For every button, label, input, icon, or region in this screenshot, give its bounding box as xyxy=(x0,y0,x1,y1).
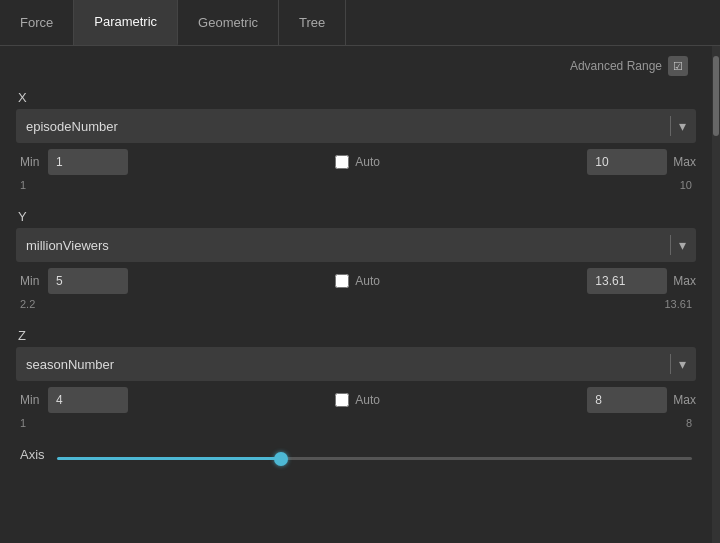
x-max-label: Max xyxy=(673,155,696,169)
y-axis-section: Y millionViewers ▾ Min Auto Max xyxy=(16,209,696,310)
x-auto-group: Auto xyxy=(134,155,581,169)
y-dropdown-arrow[interactable]: ▾ xyxy=(679,237,686,253)
x-min-label: Min xyxy=(20,155,42,169)
x-min-max-row: Min Auto Max xyxy=(16,149,696,175)
advanced-range-icon: ☑ xyxy=(673,60,683,73)
axis-slider-label: Axis xyxy=(20,447,45,462)
scrollbar-thumb[interactable] xyxy=(713,56,719,136)
y-max-section: Max xyxy=(587,268,696,294)
y-range-labels: 2.2 13.61 xyxy=(16,298,696,310)
x-dropdown-arrow[interactable]: ▾ xyxy=(679,118,686,134)
z-min-input[interactable] xyxy=(48,387,128,413)
tab-parametric[interactable]: Parametric xyxy=(74,0,178,45)
tab-force[interactable]: Force xyxy=(0,0,74,45)
z-max-label: Max xyxy=(673,393,696,407)
y-auto-label: Auto xyxy=(355,274,380,288)
z-axis-selector-row: seasonNumber ▾ xyxy=(16,347,696,381)
z-max-section: Max xyxy=(587,387,696,413)
tab-geometric[interactable]: Geometric xyxy=(178,0,279,45)
z-axis-section: Z seasonNumber ▾ Min Auto Max xyxy=(16,328,696,429)
z-range-min: 1 xyxy=(20,417,26,429)
y-auto-group: Auto xyxy=(134,274,581,288)
x-divider xyxy=(670,116,671,136)
x-axis-label: X xyxy=(16,90,696,105)
x-max-input[interactable] xyxy=(587,149,667,175)
x-auto-checkbox[interactable] xyxy=(335,155,349,169)
z-min-label: Min xyxy=(20,393,42,407)
x-range-max: 10 xyxy=(680,179,692,191)
x-max-section: Max xyxy=(587,149,696,175)
axis-slider-section: Axis xyxy=(16,447,696,470)
advanced-range-toggle[interactable]: ☑ xyxy=(668,56,688,76)
z-axis-label: Z xyxy=(16,328,696,343)
x-min-input[interactable] xyxy=(48,149,128,175)
z-range-labels: 1 8 xyxy=(16,417,696,429)
x-field-value: episodeNumber xyxy=(26,119,662,134)
z-field-value: seasonNumber xyxy=(26,357,662,372)
axis-slider[interactable] xyxy=(57,457,692,460)
advanced-range-row: Advanced Range ☑ xyxy=(16,56,696,76)
scrollbar[interactable] xyxy=(712,46,720,543)
y-max-input[interactable] xyxy=(587,268,667,294)
x-axis-selector-row: episodeNumber ▾ xyxy=(16,109,696,143)
advanced-range-label: Advanced Range xyxy=(570,59,662,73)
tab-tree[interactable]: Tree xyxy=(279,0,346,45)
y-max-label: Max xyxy=(673,274,696,288)
z-auto-checkbox[interactable] xyxy=(335,393,349,407)
y-min-input[interactable] xyxy=(48,268,128,294)
y-divider xyxy=(670,235,671,255)
y-axis-label: Y xyxy=(16,209,696,224)
z-dropdown-arrow[interactable]: ▾ xyxy=(679,356,686,372)
y-auto-checkbox[interactable] xyxy=(335,274,349,288)
x-range-min: 1 xyxy=(20,179,26,191)
y-field-value: millionViewers xyxy=(26,238,662,253)
z-auto-label: Auto xyxy=(355,393,380,407)
z-max-input[interactable] xyxy=(587,387,667,413)
y-min-label: Min xyxy=(20,274,42,288)
y-range-min: 2.2 xyxy=(20,298,35,310)
x-range-labels: 1 10 xyxy=(16,179,696,191)
main-panel: Force Parametric Geometric Tree Advanced… xyxy=(0,0,720,543)
x-auto-label: Auto xyxy=(355,155,380,169)
z-divider xyxy=(670,354,671,374)
y-range-max: 13.61 xyxy=(664,298,692,310)
x-axis-section: X episodeNumber ▾ Min Auto Max xyxy=(16,90,696,191)
z-min-max-row: Min Auto Max xyxy=(16,387,696,413)
y-min-max-row: Min Auto Max xyxy=(16,268,696,294)
content-area: Advanced Range ☑ X episodeNumber ▾ Min xyxy=(0,46,712,543)
y-axis-selector-row: millionViewers ▾ xyxy=(16,228,696,262)
z-auto-group: Auto xyxy=(134,393,581,407)
tab-bar: Force Parametric Geometric Tree xyxy=(0,0,720,46)
z-range-max: 8 xyxy=(686,417,692,429)
